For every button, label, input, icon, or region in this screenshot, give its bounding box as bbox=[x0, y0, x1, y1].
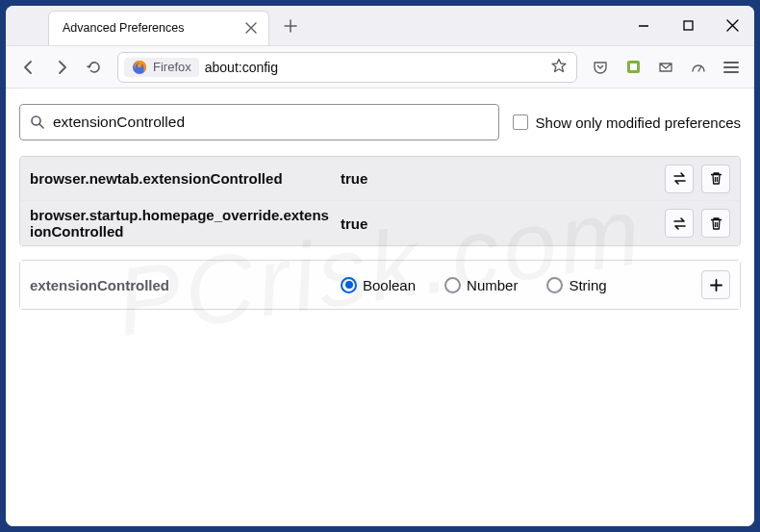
radio-boolean[interactable]: Boolean bbox=[341, 277, 416, 293]
radio-icon bbox=[341, 277, 357, 293]
pref-actions bbox=[665, 209, 730, 238]
minimize-button[interactable] bbox=[621, 6, 666, 46]
back-button[interactable] bbox=[13, 52, 44, 83]
about-config-content: Show only modified preferences browser.n… bbox=[6, 89, 754, 526]
bookmark-star-icon[interactable] bbox=[547, 54, 570, 81]
checkbox-icon bbox=[513, 114, 528, 130]
pref-name: browser.startup.homepage_override.extens… bbox=[30, 207, 333, 240]
reload-button[interactable] bbox=[79, 52, 110, 83]
add-pref-container: extensionControlled Boolean Number Strin… bbox=[19, 260, 741, 310]
show-modified-checkbox[interactable]: Show only modified preferences bbox=[513, 114, 741, 131]
swap-icon bbox=[671, 170, 688, 187]
pref-value: true bbox=[341, 170, 657, 187]
pref-row: browser.startup.homepage_override.extens… bbox=[20, 201, 740, 245]
url-text: about:config bbox=[205, 60, 542, 75]
radio-number[interactable]: Number bbox=[444, 277, 518, 293]
trash-icon bbox=[709, 171, 723, 186]
swap-icon bbox=[671, 215, 688, 232]
search-input[interactable] bbox=[53, 114, 489, 131]
new-tab-button[interactable] bbox=[277, 13, 304, 39]
svg-rect-0 bbox=[684, 21, 693, 30]
url-bar[interactable]: Firefox about:config bbox=[117, 52, 577, 83]
radio-icon bbox=[546, 277, 563, 293]
add-pref-row: extensionControlled Boolean Number Strin… bbox=[20, 261, 740, 309]
identity-box[interactable]: Firefox bbox=[124, 58, 199, 77]
window-controls bbox=[621, 6, 754, 46]
toggle-button[interactable] bbox=[665, 165, 694, 193]
plus-icon bbox=[709, 278, 723, 292]
tab-active[interactable]: Advanced Preferences bbox=[48, 11, 269, 45]
tab-title: Advanced Preferences bbox=[63, 21, 231, 35]
add-pref-name: extensionControlled bbox=[30, 277, 333, 293]
radio-label: Number bbox=[467, 277, 518, 293]
browser-window: PCrisk.com Advanced Preferences bbox=[6, 6, 754, 526]
pref-row: browser.newtab.extensionControlled true bbox=[20, 157, 740, 201]
toggle-button[interactable] bbox=[665, 209, 694, 238]
radio-string[interactable]: String bbox=[546, 277, 606, 293]
pref-value: true bbox=[341, 215, 657, 232]
close-icon[interactable] bbox=[242, 20, 259, 37]
pref-actions bbox=[665, 165, 730, 193]
svg-rect-3 bbox=[630, 63, 637, 70]
maximize-button[interactable] bbox=[666, 6, 710, 46]
pocket-icon[interactable] bbox=[585, 52, 616, 83]
hamburger-icon bbox=[723, 62, 739, 73]
speed-icon[interactable] bbox=[683, 52, 714, 83]
forward-button[interactable] bbox=[46, 52, 77, 83]
extension-icon[interactable] bbox=[618, 52, 648, 83]
close-button[interactable] bbox=[710, 6, 754, 46]
add-button[interactable] bbox=[701, 270, 730, 299]
radio-icon bbox=[444, 277, 461, 293]
pref-table: browser.newtab.extensionControlled true … bbox=[19, 156, 741, 246]
search-icon bbox=[30, 114, 45, 130]
menu-button[interactable] bbox=[716, 52, 747, 83]
checkbox-label: Show only modified preferences bbox=[536, 114, 741, 131]
search-box[interactable] bbox=[19, 104, 499, 140]
delete-button[interactable] bbox=[701, 209, 730, 238]
radio-label: Boolean bbox=[363, 277, 416, 293]
add-actions bbox=[701, 270, 730, 299]
mail-icon[interactable] bbox=[650, 52, 681, 83]
type-picker: Boolean Number String bbox=[341, 277, 694, 293]
delete-button[interactable] bbox=[701, 165, 730, 193]
identity-label: Firefox bbox=[153, 60, 191, 74]
search-row: Show only modified preferences bbox=[19, 104, 741, 140]
navbar: Firefox about:config bbox=[6, 46, 754, 89]
radio-label: String bbox=[569, 277, 606, 293]
pref-name: browser.newtab.extensionControlled bbox=[30, 170, 333, 187]
firefox-icon bbox=[132, 60, 147, 75]
trash-icon bbox=[709, 216, 723, 231]
titlebar: Advanced Preferences bbox=[6, 6, 754, 46]
